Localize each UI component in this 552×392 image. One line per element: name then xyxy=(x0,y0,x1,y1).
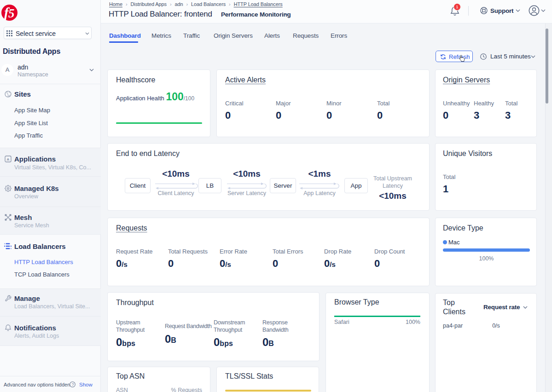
svg-text:5: 5 xyxy=(8,6,15,20)
svg-text:A: A xyxy=(7,157,10,161)
svg-text:?: ? xyxy=(72,382,74,387)
